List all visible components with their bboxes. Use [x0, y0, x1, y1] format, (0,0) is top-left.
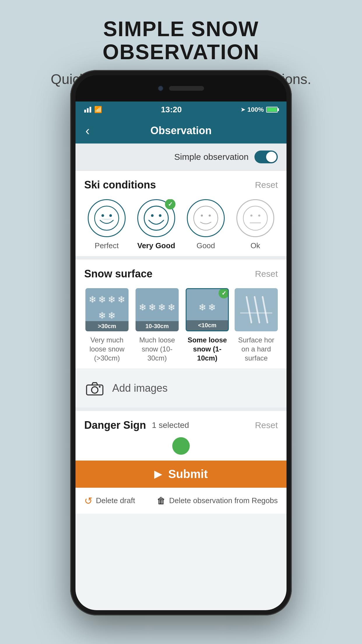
condition-face-ok — [236, 199, 274, 237]
svg-point-10 — [250, 214, 252, 216]
surface-thumb-very-much-loose: ❄ ❄ ❄ ❄ ❄ ❄ >30cm — [85, 288, 129, 331]
condition-perfect[interactable]: Perfect — [84, 199, 129, 250]
snowflake: ❄ — [98, 294, 106, 305]
submit-label: Submit — [168, 468, 208, 481]
svg-point-4 — [151, 214, 154, 217]
wifi-icon: 📶 — [94, 106, 102, 113]
surface-desc-very-much-loose: Very much loose snow (>30cm) — [84, 335, 130, 363]
svg-point-3 — [144, 206, 168, 230]
svg-point-1 — [101, 214, 104, 217]
face-svg-very-good — [143, 205, 169, 231]
check-badge-very-good: ✓ — [165, 199, 175, 209]
snowflake: ❄ — [89, 294, 96, 305]
add-images-row[interactable]: Add images — [75, 369, 287, 407]
ski-conditions-header: Ski conditions Reset — [84, 179, 278, 191]
snow-surface-reset[interactable]: Reset — [255, 269, 278, 279]
battery-percent: 100% — [247, 106, 264, 113]
svg-point-19 — [92, 387, 98, 393]
condition-label-very-good: Very Good — [137, 241, 175, 250]
phone-camera — [158, 86, 163, 91]
snowflake: ❄ — [108, 310, 116, 321]
snow-surface-header: Snow surface Reset — [84, 268, 278, 280]
snowflake: ❄ — [148, 302, 156, 313]
snow-surface-section: Snow surface Reset ❄ ❄ ❄ ❄ ❄ ❄ — [75, 260, 287, 369]
condition-label-good: Good — [196, 241, 215, 250]
condition-face-very-good: ✓ — [137, 199, 175, 237]
danger-dot — [172, 437, 190, 455]
surface-desc-much-loose: Much loose snow (10-30cm) — [134, 335, 180, 363]
camera-svg — [86, 381, 103, 396]
snow-surface-title: Snow surface — [84, 268, 152, 280]
phone-bezel-top — [75, 75, 287, 102]
nav-bar: ‹ Observation — [75, 118, 287, 144]
condition-label-perfect: Perfect — [95, 241, 119, 250]
submit-arrow-icon: ▶ — [154, 468, 162, 480]
surface-some-loose[interactable]: ❄ ❄ <10cm ✓ Some loose snow (1-10cm) — [184, 288, 230, 363]
face-svg-perfect — [94, 205, 120, 231]
signal-icon — [84, 107, 91, 113]
hard-surface-svg — [240, 294, 272, 326]
condition-good[interactable]: Good — [183, 199, 228, 250]
svg-point-8 — [209, 214, 211, 216]
danger-sign-header: Danger Sign 1 selected Reset — [84, 419, 278, 431]
svg-point-20 — [99, 386, 101, 388]
toggle-label: Simple observation — [174, 152, 249, 162]
surface-very-much-loose[interactable]: ❄ ❄ ❄ ❄ ❄ ❄ >30cm Very much loose snow (… — [84, 288, 130, 363]
back-button[interactable]: ‹ — [82, 120, 93, 141]
status-left: 📶 — [84, 106, 102, 113]
ski-conditions-title: Ski conditions — [84, 179, 156, 191]
condition-label-ok: Ok — [250, 241, 260, 250]
surface-label-bar-3: <10cm — [187, 320, 228, 330]
snowflake: ❄ — [208, 302, 216, 313]
condition-ok[interactable]: Ok — [233, 199, 278, 250]
simple-observation-toggle[interactable] — [254, 150, 278, 163]
snow-surface-grid: ❄ ❄ ❄ ❄ ❄ ❄ >30cm Very much loose snow (… — [84, 288, 278, 363]
ski-conditions-reset[interactable]: Reset — [255, 180, 278, 190]
danger-sign-partial — [84, 437, 278, 455]
snowflake: ❄ — [168, 302, 175, 313]
surface-thumb-some-loose: ❄ ❄ <10cm ✓ — [186, 288, 229, 331]
danger-selected-count: 1 selected — [152, 421, 189, 430]
phone-screen: 📶 13:20 ➤ 100% ‹ Observation Simple obse… — [75, 102, 287, 610]
battery-icon — [266, 107, 278, 113]
surface-label-bar-2: 10-30cm — [136, 321, 179, 331]
surface-much-loose[interactable]: ❄ ❄ ❄ ❄ 10-30cm Much loose snow (10-30cm… — [134, 288, 180, 363]
condition-face-perfect — [88, 199, 126, 237]
add-images-label: Add images — [112, 382, 168, 394]
battery-fill — [267, 108, 277, 112]
delete-draft-button[interactable]: ↺ Delete draft — [84, 495, 135, 507]
snowflake: ❄ — [139, 302, 147, 313]
snowflake: ❄ — [198, 302, 206, 313]
svg-point-2 — [109, 214, 112, 217]
phone-speaker — [169, 86, 204, 91]
toggle-knob — [266, 152, 277, 162]
snowflake: ❄ — [158, 302, 166, 313]
svg-point-9 — [243, 206, 268, 230]
submit-bar[interactable]: ▶ Submit — [75, 461, 287, 488]
face-svg-ok — [242, 205, 268, 231]
svg-point-5 — [159, 214, 161, 217]
svg-point-11 — [258, 214, 260, 216]
danger-sign-section: Danger Sign 1 selected Reset — [75, 407, 287, 461]
surface-hard[interactable]: Surface hor on a hard surface — [235, 288, 278, 363]
surface-thumb-hard — [235, 288, 278, 331]
phone-frame: 📶 13:20 ➤ 100% ‹ Observation Simple obse… — [70, 70, 292, 615]
nav-title: Observation — [150, 125, 212, 137]
snowflake: ❄ — [117, 294, 125, 305]
surface-desc-hard: Surface hor on a hard surface — [235, 335, 278, 363]
divider-1 — [75, 256, 287, 260]
delete-observation-label: Delete observation from Regobs — [169, 496, 278, 505]
ski-conditions-grid: Perfect ✓ Very Good — [84, 199, 278, 250]
danger-sign-reset[interactable]: Reset — [255, 420, 278, 430]
delete-draft-label: Delete draft — [96, 496, 135, 505]
surface-desc-some-loose: Some loose snow (1-10cm) — [184, 335, 230, 363]
delete-draft-icon: ↺ — [84, 495, 92, 507]
svg-point-7 — [201, 214, 203, 216]
surface-label-bar-1: >30cm — [85, 321, 129, 331]
svg-point-6 — [194, 206, 218, 230]
bottom-actions: ↺ Delete draft 🗑 Delete observation from… — [75, 488, 287, 514]
surface-check-badge: ✓ — [219, 288, 229, 298]
delete-observation-button[interactable]: 🗑 Delete observation from Regobs — [157, 496, 278, 506]
condition-very-good[interactable]: ✓ Very Good — [134, 199, 179, 250]
ski-conditions-section: Ski conditions Reset Perfe — [75, 171, 287, 256]
